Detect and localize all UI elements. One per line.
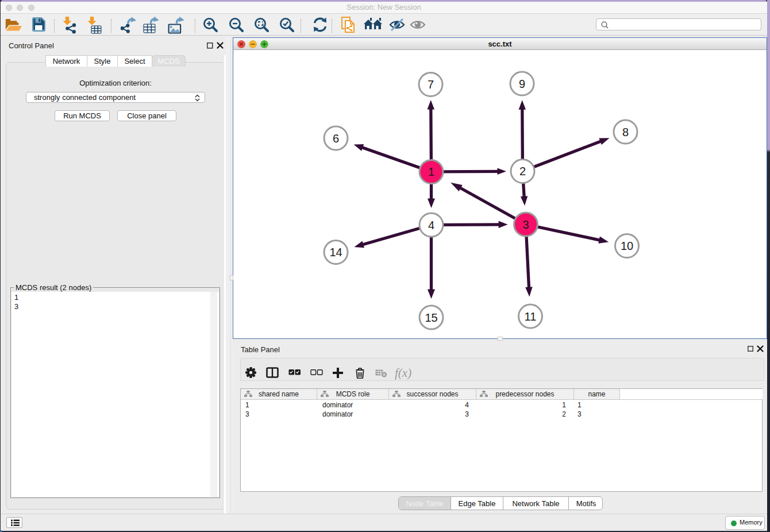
svg-text:14: 14 — [329, 246, 342, 259]
svg-text:8: 8 — [622, 126, 629, 138]
svg-text:2: 2 — [519, 165, 526, 178]
svg-text:4: 4 — [428, 219, 434, 232]
svg-text:9: 9 — [519, 78, 525, 90]
svg-text:3: 3 — [522, 218, 529, 231]
svg-text:15: 15 — [425, 311, 437, 324]
svg-text:6: 6 — [333, 132, 339, 145]
svg-text:1: 1 — [428, 165, 434, 178]
svg-text:10: 10 — [621, 240, 633, 252]
svg-text:11: 11 — [525, 310, 537, 323]
svg-text:7: 7 — [428, 78, 434, 91]
